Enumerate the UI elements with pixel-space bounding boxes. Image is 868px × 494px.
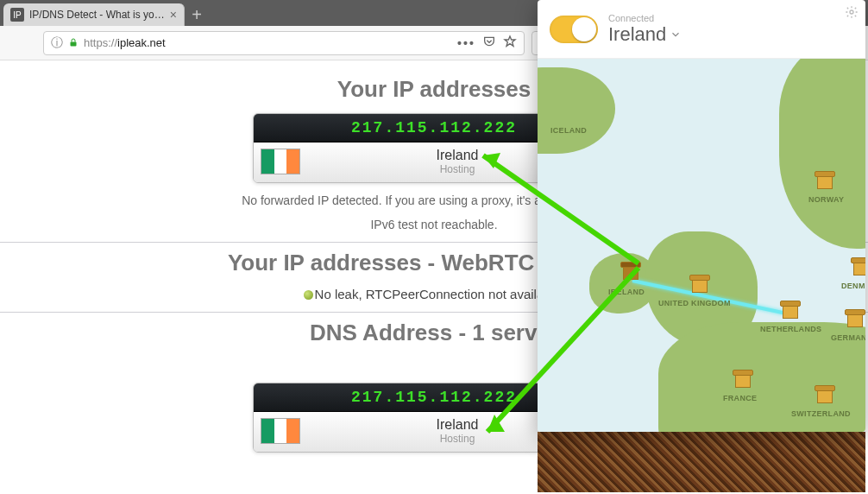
lock-icon	[68, 36, 79, 50]
address-bar[interactable]: ⓘ https://ipleak.net •••	[43, 31, 525, 55]
map-label-ch: SWITZERLAND	[791, 409, 851, 418]
bookmark-star-icon[interactable]	[503, 35, 517, 51]
marker-netherlands[interactable]	[779, 301, 802, 320]
marker-denmark[interactable]	[850, 257, 865, 276]
tab-favicon: IP	[10, 8, 24, 22]
map-label-norway: NORWAY	[808, 195, 844, 204]
chevron-down-icon	[670, 28, 682, 41]
svg-rect-0	[71, 41, 77, 46]
marker-norway[interactable]	[814, 171, 836, 190]
land-iceland	[538, 67, 615, 154]
new-tab-button[interactable]: +	[185, 3, 209, 26]
map-label-fr: FRANCE	[723, 394, 757, 402]
marker-france[interactable]	[732, 370, 754, 389]
status-dot-icon	[304, 290, 313, 300]
panel-background-strip	[538, 432, 865, 492]
marker-ireland[interactable]	[620, 262, 642, 281]
tab-title: IP/DNS Detect - What is your IP	[29, 9, 165, 21]
marker-germany[interactable]	[844, 309, 865, 328]
map-label-de: GERMANY	[831, 333, 865, 342]
marker-switzerland[interactable]	[814, 385, 836, 404]
svg-point-3	[850, 10, 853, 14]
settings-gear-icon[interactable]	[845, 5, 859, 22]
browser-tab[interactable]: IP IP/DNS Detect - What is your IP ×	[3, 3, 185, 26]
vpn-extension-panel: Connected Ireland IRELAND UNITED KINGDOM…	[538, 0, 865, 432]
pocket-icon[interactable]	[482, 35, 496, 51]
vpn-location-picker[interactable]: Ireland	[608, 23, 682, 46]
close-tab-icon[interactable]: ×	[170, 8, 177, 22]
flag-ireland-icon	[261, 418, 300, 444]
map-label-dk: DENM	[841, 282, 865, 290]
map-label-ireland: IRELAND	[608, 288, 645, 296]
url-text: https://ipleak.net	[84, 36, 452, 49]
vpn-map[interactable]: IRELAND UNITED KINGDOM NORWAY NETHERLAND…	[538, 59, 865, 432]
marker-uk[interactable]	[689, 275, 711, 294]
map-label-nl: NETHERLANDS	[760, 325, 821, 333]
land-scandinavia	[779, 59, 865, 249]
site-info-icon[interactable]: ⓘ	[51, 35, 63, 51]
map-label-uk: UNITED KINGDOM	[658, 299, 731, 307]
page-actions-icon[interactable]: •••	[457, 36, 475, 50]
vpn-toggle[interactable]	[550, 16, 598, 43]
vpn-status-label: Connected	[608, 13, 682, 23]
flag-ireland-icon	[261, 149, 300, 174]
map-label-iceland: ICELAND	[550, 126, 587, 135]
